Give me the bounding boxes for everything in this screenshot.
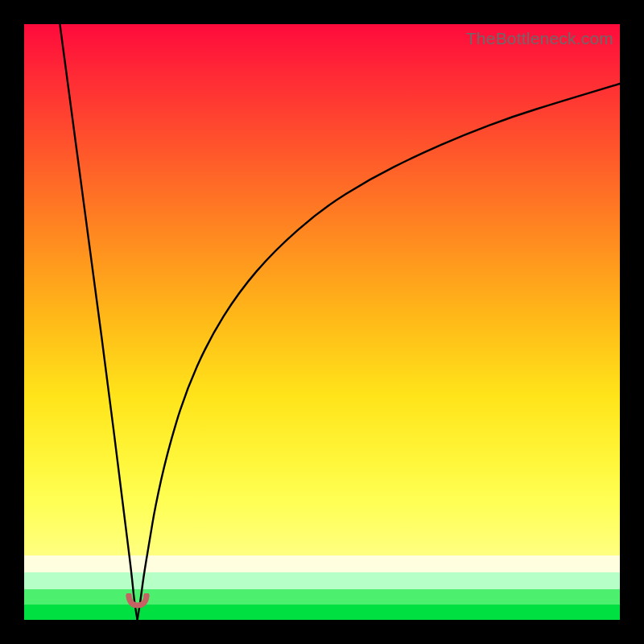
curve-layer (24, 24, 620, 620)
left-branch-path (60, 24, 137, 620)
right-branch-path (138, 84, 620, 620)
null-marker (124, 593, 151, 611)
u-stroke-icon (129, 596, 147, 605)
plot-frame: TheBottleneck.com (24, 24, 620, 620)
watermark-text: TheBottleneck.com (466, 29, 613, 48)
